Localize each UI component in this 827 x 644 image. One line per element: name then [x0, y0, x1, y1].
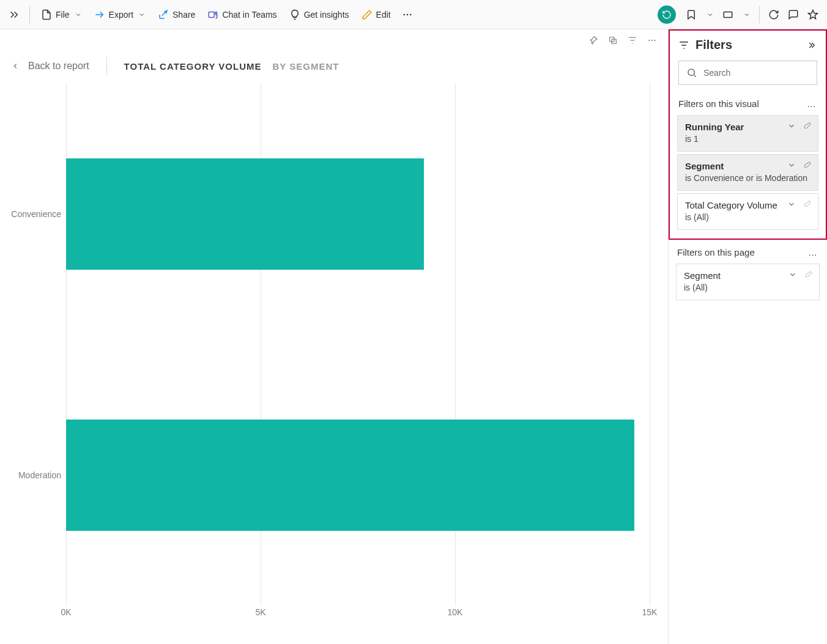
- copy-button[interactable]: [608, 35, 618, 47]
- expand-ribbon-button[interactable]: [5, 4, 23, 26]
- section-filters-page: Filters on this page …: [669, 240, 827, 261]
- filter-button[interactable]: [628, 35, 637, 47]
- filter-card-page-segment[interactable]: Segment is (All): [676, 264, 820, 300]
- x-tick-label: 5K: [255, 607, 265, 617]
- filter-value: is 1: [685, 133, 810, 145]
- chevron-left-icon: [11, 62, 20, 70]
- filter-card-total-category-volume[interactable]: Total Category Volume is (All): [677, 193, 818, 230]
- plot-area: 0K5K10K15K: [66, 83, 650, 620]
- bookmark-menu[interactable]: [702, 4, 718, 26]
- svg-rect-0: [209, 12, 215, 17]
- file-menu[interactable]: File: [36, 4, 87, 26]
- x-tick-label: 0K: [61, 607, 71, 617]
- view-menu[interactable]: [738, 4, 754, 26]
- teams-label: Chat in Teams: [222, 10, 276, 20]
- chevron-down-icon[interactable]: [787, 161, 796, 169]
- export-menu[interactable]: Export: [89, 4, 150, 26]
- back-label: Back to report: [28, 61, 89, 72]
- content-area: Back to report TOTAL CATEGORY VOLUME BY …: [0, 29, 827, 644]
- x-axis-labels: 0K5K10K15K: [66, 607, 650, 620]
- chat-teams-button[interactable]: Chat in Teams: [202, 4, 281, 26]
- filter-icon: [678, 40, 689, 51]
- refresh-button[interactable]: [765, 4, 783, 26]
- tab-by-segment[interactable]: BY SEGMENT: [273, 61, 339, 72]
- chevron-down-icon[interactable]: [787, 200, 796, 209]
- copy-icon: [608, 35, 618, 45]
- collapse-pane-button[interactable]: [807, 40, 817, 50]
- svg-point-2: [403, 13, 405, 15]
- filter-value: is (All): [684, 282, 812, 294]
- chevron-down-icon[interactable]: [788, 270, 797, 279]
- svg-point-10: [655, 40, 656, 41]
- svg-point-8: [648, 40, 650, 41]
- toolbar-divider: [29, 6, 30, 23]
- breadcrumb-divider: [106, 57, 107, 75]
- svg-point-1: [215, 12, 217, 13]
- eraser-icon[interactable]: [804, 270, 813, 279]
- chevron-down-icon: [75, 11, 82, 18]
- section-more-button[interactable]: …: [808, 247, 818, 257]
- back-to-report-button[interactable]: Back to report: [11, 61, 89, 72]
- bar[interactable]: [66, 420, 634, 531]
- lightbulb-icon: [289, 9, 300, 20]
- chevron-down-icon[interactable]: [787, 122, 796, 130]
- filter-icon: [628, 35, 637, 45]
- visual-action-bar: [0, 29, 668, 53]
- tab-total-category-volume[interactable]: TOTAL CATEGORY VOLUME: [124, 61, 262, 72]
- section-label: Filters on this page: [677, 247, 755, 257]
- pin-icon: [588, 35, 598, 45]
- filters-pane: Filters Search Filters on this visual … …: [668, 29, 827, 644]
- export-label: Export: [109, 10, 133, 20]
- rectangle-icon: [722, 9, 733, 20]
- more-options-button[interactable]: [398, 4, 417, 26]
- comments-button[interactable]: [784, 4, 803, 26]
- toolbar-right-group: [658, 4, 822, 26]
- refresh-icon: [768, 9, 779, 20]
- search-icon: [686, 67, 697, 78]
- share-button[interactable]: Share: [153, 4, 200, 26]
- favorite-button[interactable]: [804, 4, 822, 26]
- share-icon: [158, 9, 169, 20]
- filter-value: is Convenience or is Moderation: [685, 172, 810, 184]
- more-visual-button[interactable]: [647, 35, 657, 47]
- y-label: Moderation: [18, 470, 61, 480]
- filter-card-running-year[interactable]: Running Year is 1: [677, 115, 818, 152]
- bar-row: [66, 376, 650, 575]
- filter-card-segment[interactable]: Segment is Convenience or is Moderation: [677, 154, 818, 191]
- main-area: Back to report TOTAL CATEGORY VOLUME BY …: [0, 29, 668, 644]
- toolbar-divider: [759, 6, 760, 23]
- file-label: File: [56, 10, 70, 20]
- bookmark-button[interactable]: [682, 4, 700, 26]
- pencil-icon: [362, 9, 373, 20]
- reset-icon: [662, 10, 672, 20]
- y-axis-labels: Convenience Moderation: [5, 83, 66, 620]
- chevron-down-icon: [706, 11, 714, 18]
- x-tick-label: 10K: [448, 607, 463, 617]
- section-more-button[interactable]: …: [807, 98, 817, 109]
- insights-button[interactable]: Get insights: [284, 4, 354, 26]
- insights-label: Get insights: [304, 10, 349, 20]
- export-icon: [94, 9, 105, 20]
- svg-point-3: [406, 13, 408, 15]
- edit-label: Edit: [376, 10, 391, 20]
- chevron-down-icon: [743, 11, 751, 18]
- pin-button[interactable]: [588, 35, 598, 47]
- more-horizontal-icon: [647, 35, 657, 45]
- more-horizontal-icon: [402, 9, 413, 20]
- filters-search-input[interactable]: Search: [678, 61, 817, 85]
- filter-value: is (All): [685, 212, 810, 223]
- edit-button[interactable]: Edit: [357, 4, 396, 26]
- eraser-icon[interactable]: [803, 161, 812, 169]
- eraser-icon[interactable]: [803, 122, 812, 130]
- eraser-icon[interactable]: [803, 200, 812, 209]
- bar[interactable]: [66, 158, 424, 270]
- view-button[interactable]: [719, 4, 737, 26]
- section-label: Filters on this visual: [678, 98, 759, 109]
- reset-button[interactable]: [658, 6, 676, 24]
- teams-icon: [207, 9, 218, 20]
- filters-title: Filters: [695, 38, 732, 52]
- app-toolbar: File Export Share Chat in Teams Get insi…: [0, 0, 827, 29]
- svg-point-4: [410, 13, 412, 15]
- x-tick-label: 15K: [642, 607, 658, 617]
- filters-highlight-box: Filters Search Filters on this visual … …: [669, 29, 827, 240]
